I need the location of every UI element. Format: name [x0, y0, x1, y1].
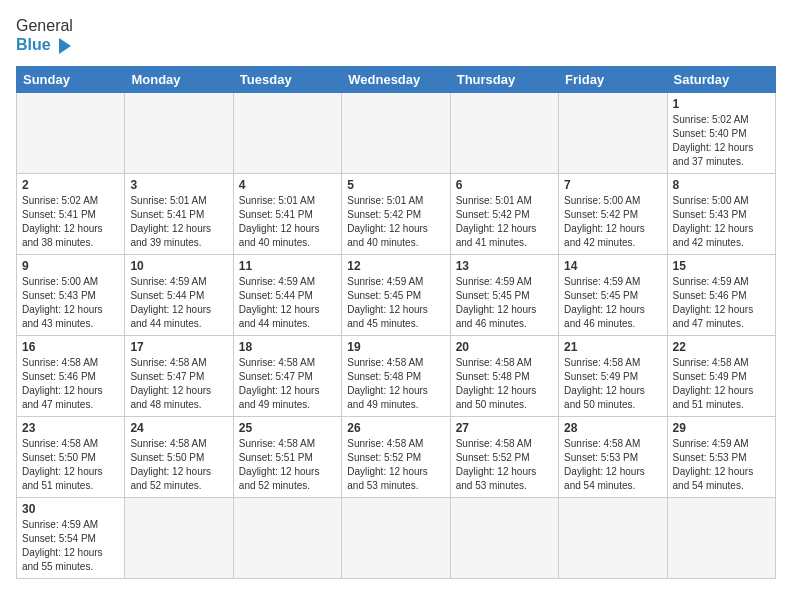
logo-arrow-icon [55, 36, 75, 56]
calendar-day-cell: 13Sunrise: 4:59 AMSunset: 5:45 PMDayligh… [450, 254, 558, 335]
calendar-day-cell: 14Sunrise: 4:59 AMSunset: 5:45 PMDayligh… [559, 254, 667, 335]
calendar-day-cell: 23Sunrise: 4:58 AMSunset: 5:50 PMDayligh… [17, 416, 125, 497]
calendar-day-cell [450, 92, 558, 173]
calendar-day-cell: 20Sunrise: 4:58 AMSunset: 5:48 PMDayligh… [450, 335, 558, 416]
weekday-header-row: SundayMondayTuesdayWednesdayThursdayFrid… [17, 66, 776, 92]
day-number: 3 [130, 178, 227, 192]
day-info: Sunrise: 4:59 AMSunset: 5:46 PMDaylight:… [673, 275, 770, 331]
logo: General Blue [16, 16, 75, 56]
day-info: Sunrise: 4:59 AMSunset: 5:53 PMDaylight:… [673, 437, 770, 493]
day-info: Sunrise: 4:58 AMSunset: 5:47 PMDaylight:… [239, 356, 336, 412]
day-number: 2 [22, 178, 119, 192]
day-info: Sunrise: 5:01 AMSunset: 5:41 PMDaylight:… [239, 194, 336, 250]
day-number: 7 [564, 178, 661, 192]
calendar-day-cell: 10Sunrise: 4:59 AMSunset: 5:44 PMDayligh… [125, 254, 233, 335]
calendar-day-cell: 26Sunrise: 4:58 AMSunset: 5:52 PMDayligh… [342, 416, 450, 497]
calendar-day-cell: 28Sunrise: 4:58 AMSunset: 5:53 PMDayligh… [559, 416, 667, 497]
calendar-day-cell: 2Sunrise: 5:02 AMSunset: 5:41 PMDaylight… [17, 173, 125, 254]
day-info: Sunrise: 4:58 AMSunset: 5:48 PMDaylight:… [347, 356, 444, 412]
day-number: 4 [239, 178, 336, 192]
day-info: Sunrise: 5:02 AMSunset: 5:41 PMDaylight:… [22, 194, 119, 250]
header: General Blue [16, 16, 776, 56]
day-number: 6 [456, 178, 553, 192]
day-number: 26 [347, 421, 444, 435]
calendar-week-row: 23Sunrise: 4:58 AMSunset: 5:50 PMDayligh… [17, 416, 776, 497]
day-number: 22 [673, 340, 770, 354]
day-info: Sunrise: 4:59 AMSunset: 5:45 PMDaylight:… [564, 275, 661, 331]
day-info: Sunrise: 4:58 AMSunset: 5:52 PMDaylight:… [347, 437, 444, 493]
day-number: 5 [347, 178, 444, 192]
calendar-day-cell: 3Sunrise: 5:01 AMSunset: 5:41 PMDaylight… [125, 173, 233, 254]
day-number: 30 [22, 502, 119, 516]
calendar-day-cell [667, 497, 775, 578]
calendar-week-row: 1Sunrise: 5:02 AMSunset: 5:40 PMDaylight… [17, 92, 776, 173]
calendar-week-row: 9Sunrise: 5:00 AMSunset: 5:43 PMDaylight… [17, 254, 776, 335]
day-info: Sunrise: 5:00 AMSunset: 5:42 PMDaylight:… [564, 194, 661, 250]
day-number: 12 [347, 259, 444, 273]
day-info: Sunrise: 4:58 AMSunset: 5:53 PMDaylight:… [564, 437, 661, 493]
weekday-header-saturday: Saturday [667, 66, 775, 92]
day-info: Sunrise: 4:59 AMSunset: 5:44 PMDaylight:… [130, 275, 227, 331]
day-number: 17 [130, 340, 227, 354]
day-number: 25 [239, 421, 336, 435]
day-number: 24 [130, 421, 227, 435]
day-info: Sunrise: 5:01 AMSunset: 5:42 PMDaylight:… [347, 194, 444, 250]
day-info: Sunrise: 5:02 AMSunset: 5:40 PMDaylight:… [673, 113, 770, 169]
page: General Blue SundayMondayTuesdayWednesda… [0, 0, 792, 612]
day-info: Sunrise: 5:00 AMSunset: 5:43 PMDaylight:… [673, 194, 770, 250]
day-info: Sunrise: 5:00 AMSunset: 5:43 PMDaylight:… [22, 275, 119, 331]
calendar-day-cell: 7Sunrise: 5:00 AMSunset: 5:42 PMDaylight… [559, 173, 667, 254]
calendar-day-cell [559, 92, 667, 173]
day-info: Sunrise: 5:01 AMSunset: 5:42 PMDaylight:… [456, 194, 553, 250]
calendar-day-cell: 5Sunrise: 5:01 AMSunset: 5:42 PMDaylight… [342, 173, 450, 254]
day-info: Sunrise: 4:58 AMSunset: 5:47 PMDaylight:… [130, 356, 227, 412]
day-info: Sunrise: 4:58 AMSunset: 5:48 PMDaylight:… [456, 356, 553, 412]
calendar-day-cell: 25Sunrise: 4:58 AMSunset: 5:51 PMDayligh… [233, 416, 341, 497]
weekday-header-monday: Monday [125, 66, 233, 92]
calendar-week-row: 16Sunrise: 4:58 AMSunset: 5:46 PMDayligh… [17, 335, 776, 416]
logo-general-text: General [16, 16, 73, 35]
calendar-day-cell: 6Sunrise: 5:01 AMSunset: 5:42 PMDaylight… [450, 173, 558, 254]
day-number: 18 [239, 340, 336, 354]
day-info: Sunrise: 4:58 AMSunset: 5:50 PMDaylight:… [22, 437, 119, 493]
day-number: 15 [673, 259, 770, 273]
weekday-header-sunday: Sunday [17, 66, 125, 92]
day-number: 23 [22, 421, 119, 435]
day-info: Sunrise: 4:58 AMSunset: 5:51 PMDaylight:… [239, 437, 336, 493]
logo-blue-text: Blue [16, 35, 75, 56]
day-number: 28 [564, 421, 661, 435]
day-number: 20 [456, 340, 553, 354]
calendar-day-cell: 16Sunrise: 4:58 AMSunset: 5:46 PMDayligh… [17, 335, 125, 416]
calendar-day-cell: 11Sunrise: 4:59 AMSunset: 5:44 PMDayligh… [233, 254, 341, 335]
day-info: Sunrise: 4:58 AMSunset: 5:49 PMDaylight:… [673, 356, 770, 412]
calendar-day-cell [342, 497, 450, 578]
calendar-day-cell: 1Sunrise: 5:02 AMSunset: 5:40 PMDaylight… [667, 92, 775, 173]
calendar-day-cell: 17Sunrise: 4:58 AMSunset: 5:47 PMDayligh… [125, 335, 233, 416]
day-info: Sunrise: 4:58 AMSunset: 5:50 PMDaylight:… [130, 437, 227, 493]
calendar-day-cell: 8Sunrise: 5:00 AMSunset: 5:43 PMDaylight… [667, 173, 775, 254]
day-info: Sunrise: 4:59 AMSunset: 5:54 PMDaylight:… [22, 518, 119, 574]
calendar-day-cell [17, 92, 125, 173]
calendar-day-cell: 22Sunrise: 4:58 AMSunset: 5:49 PMDayligh… [667, 335, 775, 416]
day-number: 9 [22, 259, 119, 273]
day-info: Sunrise: 4:59 AMSunset: 5:45 PMDaylight:… [347, 275, 444, 331]
day-number: 13 [456, 259, 553, 273]
calendar-day-cell: 27Sunrise: 4:58 AMSunset: 5:52 PMDayligh… [450, 416, 558, 497]
day-info: Sunrise: 4:58 AMSunset: 5:46 PMDaylight:… [22, 356, 119, 412]
calendar-day-cell: 29Sunrise: 4:59 AMSunset: 5:53 PMDayligh… [667, 416, 775, 497]
calendar-day-cell: 19Sunrise: 4:58 AMSunset: 5:48 PMDayligh… [342, 335, 450, 416]
day-number: 14 [564, 259, 661, 273]
calendar-day-cell [450, 497, 558, 578]
day-info: Sunrise: 4:59 AMSunset: 5:44 PMDaylight:… [239, 275, 336, 331]
calendar-day-cell [233, 92, 341, 173]
day-info: Sunrise: 4:58 AMSunset: 5:52 PMDaylight:… [456, 437, 553, 493]
calendar-day-cell: 21Sunrise: 4:58 AMSunset: 5:49 PMDayligh… [559, 335, 667, 416]
day-info: Sunrise: 4:58 AMSunset: 5:49 PMDaylight:… [564, 356, 661, 412]
day-number: 16 [22, 340, 119, 354]
day-number: 11 [239, 259, 336, 273]
weekday-header-friday: Friday [559, 66, 667, 92]
calendar-day-cell [125, 497, 233, 578]
day-number: 27 [456, 421, 553, 435]
day-number: 1 [673, 97, 770, 111]
calendar-day-cell: 15Sunrise: 4:59 AMSunset: 5:46 PMDayligh… [667, 254, 775, 335]
